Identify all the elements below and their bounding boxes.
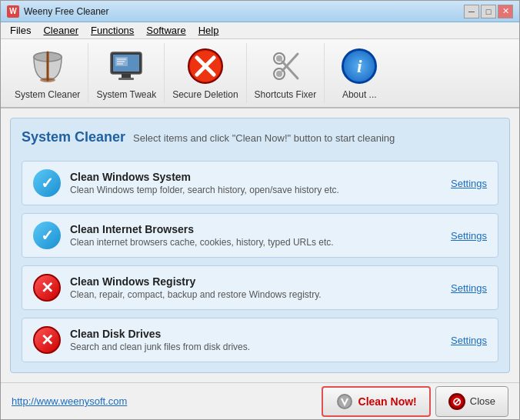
panel-title: System Cleaner — [22, 129, 125, 145]
menu-cleaner[interactable]: Cleaner — [37, 23, 85, 38]
close-icon: ⊘ — [448, 393, 465, 410]
settings-link-windows-system[interactable]: Settings — [451, 178, 487, 189]
about-label: About ... — [342, 89, 377, 100]
item-text-disk-drives: Clean Disk Drives Search and clean junk … — [70, 328, 442, 352]
toolbar-shortcuts-fixer[interactable]: Shortcuts Fixer — [247, 43, 325, 103]
panel-subtitle: Select items and click "Clean Now!" butt… — [133, 132, 395, 144]
svg-point-19 — [276, 55, 282, 62]
item-desc-disk-drives: Search and clean junk files from disk dr… — [70, 342, 442, 352]
item-text-internet-browsers: Clean Internet Browsers Clean internet b… — [70, 223, 442, 248]
main-content: System Cleaner Select items and click "C… — [1, 108, 519, 382]
system-tweak-label: System Tweak — [96, 89, 156, 100]
footer-buttons: Clean Now! ⊘ Close — [322, 386, 508, 417]
item-x-icon: ✕ — [33, 326, 61, 354]
clean-now-label: Clean Now! — [358, 395, 417, 408]
website-link[interactable]: http://www.weenysoft.com — [12, 395, 322, 407]
maximize-button[interactable]: □ — [481, 5, 496, 18]
menu-help[interactable]: Help — [192, 23, 225, 38]
item-title-windows-system: Clean Windows System — [70, 171, 442, 183]
item-checked-icon: ✓ — [33, 169, 61, 197]
system-tweak-icon — [106, 46, 146, 86]
settings-link-disk-drives[interactable]: Settings — [451, 335, 487, 346]
shortcuts-fixer-icon — [265, 46, 305, 86]
item-text-windows-registry: Clean Windows Registry Clean, repair, co… — [70, 275, 442, 300]
item-text-windows-system: Clean Windows System Clean Windows temp … — [70, 171, 442, 195]
item-title-windows-registry: Clean Windows Registry — [70, 275, 442, 288]
item-checked-icon: ✓ — [33, 222, 61, 249]
svg-point-18 — [276, 71, 282, 77]
item-title-disk-drives: Clean Disk Drives — [70, 328, 442, 340]
item-x-icon: ✕ — [33, 274, 61, 302]
item-title-internet-browsers: Clean Internet Browsers — [70, 223, 442, 235]
shortcuts-fixer-label: Shortcuts Fixer — [255, 89, 317, 100]
footer: http://www.weenysoft.com Clean Now! ⊘ Cl… — [1, 382, 519, 419]
toolbar: System Cleaner System Twe — [1, 39, 519, 108]
panel-header: System Cleaner Select items and click "C… — [22, 129, 498, 145]
menu-software[interactable]: Software — [140, 23, 192, 38]
toolbar-system-tweak[interactable]: System Tweak — [88, 43, 165, 103]
toolbar-secure-deletion[interactable]: Secure Deletion — [165, 43, 246, 103]
settings-link-windows-registry[interactable]: Settings — [451, 282, 487, 294]
list-item[interactable]: ✓ Clean Internet Browsers Clean internet… — [22, 213, 498, 258]
app-icon: W — [7, 5, 19, 18]
menu-bar: Files Cleaner Functions Software Help — [1, 22, 519, 39]
close-button[interactable]: ⊘ Close — [435, 386, 508, 417]
menu-functions[interactable]: Functions — [85, 23, 140, 38]
system-cleaner-label: System Cleaner — [15, 89, 80, 100]
item-desc-internet-browsers: Clean internet browsers cache, cookies, … — [70, 237, 442, 248]
list-item[interactable]: ✕ Clean Windows Registry Clean, repair, … — [22, 265, 498, 310]
svg-rect-7 — [118, 78, 134, 80]
system-cleaner-icon — [28, 46, 68, 86]
menu-files[interactable]: Files — [4, 23, 37, 38]
list-item[interactable]: ✓ Clean Windows System Clean Windows tem… — [22, 161, 498, 205]
window-title: Weeny Free Cleaner — [24, 6, 464, 17]
toolbar-system-cleaner[interactable]: System Cleaner — [7, 43, 88, 103]
secure-deletion-icon — [185, 46, 225, 86]
about-icon: i — [339, 46, 379, 86]
svg-rect-6 — [122, 74, 131, 78]
close-label: Close — [470, 395, 495, 407]
settings-link-internet-browsers[interactable]: Settings — [451, 230, 487, 242]
main-window: W Weeny Free Cleaner ─ □ ✕ Files Cleaner… — [0, 0, 520, 420]
item-desc-windows-system: Clean Windows temp folder, search histor… — [70, 185, 442, 195]
close-window-button[interactable]: ✕ — [498, 5, 513, 18]
clean-now-icon — [335, 392, 354, 411]
item-desc-windows-registry: Clean, repair, compact, backup and resto… — [70, 289, 442, 300]
clean-items-list: ✓ Clean Windows System Clean Windows tem… — [22, 161, 498, 362]
window-controls: ─ □ ✕ — [464, 5, 513, 18]
toolbar-about[interactable]: i About ... — [325, 43, 394, 103]
list-item[interactable]: ✕ Clean Disk Drives Search and clean jun… — [22, 318, 498, 362]
clean-now-button[interactable]: Clean Now! — [322, 386, 431, 417]
svg-point-3 — [40, 78, 55, 82]
title-bar: W Weeny Free Cleaner ─ □ ✕ — [1, 1, 519, 22]
secure-deletion-label: Secure Deletion — [172, 89, 238, 100]
minimize-button[interactable]: ─ — [464, 5, 479, 18]
system-cleaner-panel: System Cleaner Select items and click "C… — [10, 118, 510, 373]
